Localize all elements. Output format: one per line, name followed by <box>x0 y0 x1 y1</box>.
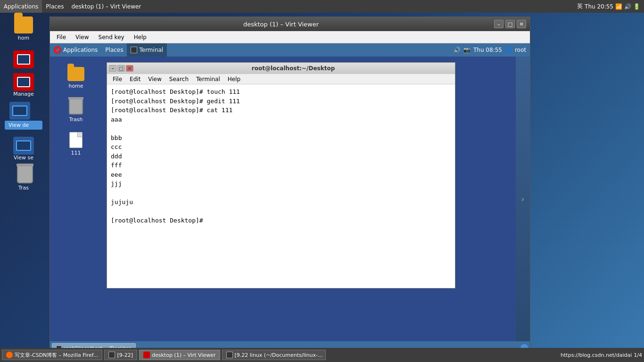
host-monitor-icon <box>9 102 30 120</box>
host-icon-home-label: hom <box>18 35 29 41</box>
guest-panel-right: 🔊 📷 Thu 08:55 👤 root <box>454 47 530 53</box>
terminal-restore-button[interactable]: □ <box>117 65 125 72</box>
terminal-menu-help[interactable]: Help <box>224 75 244 83</box>
guest-trash-icon <box>69 99 83 115</box>
host-places-menu[interactable]: Places <box>42 0 67 13</box>
virt-menu-file[interactable]: File <box>52 33 71 41</box>
host-icon-virt3-label: View se <box>14 155 33 161</box>
guest-icon-file-label: 111 <box>71 150 81 156</box>
host-icon-virt1[interactable] <box>5 50 42 68</box>
virt-minimize-button[interactable]: – <box>494 20 504 28</box>
guest-time: Thu 08:55 <box>473 47 502 53</box>
guest-applications-label: Applications <box>63 47 98 53</box>
host-icon-trash-label: Tras <box>18 185 29 191</box>
virt-menubar: File View Send key Help <box>50 31 530 43</box>
guest-icon-home-label: home <box>68 83 83 89</box>
host-taskbar-right: https://blog.csdn.net/daidai 1/4 <box>561 352 642 358</box>
host-task-virt-label: desktop (1) – Virt Viewer <box>152 352 216 358</box>
guest-icon-trash-label: Trash <box>69 116 83 123</box>
virt-menu-sendkey[interactable]: Send key <box>94 33 129 41</box>
terminal-tab-icon <box>131 47 137 53</box>
virt3-icon <box>13 137 34 155</box>
host-window-title-panel: desktop (1) – Virt Viewer <box>67 0 145 13</box>
terminal-menubar: File Edit View Search Terminal Help <box>107 74 455 84</box>
guest-icon-file111[interactable]: 111 <box>59 132 92 156</box>
host-task-firefox-label: 写文章-CSDN博客 – Mozilla Firef... <box>15 352 98 359</box>
virt-manager-icon <box>13 50 34 68</box>
terminal-title-text: root@localhost:~/Desktop <box>133 65 453 72</box>
terminal-output: [root@localhost Desktop]# touch 111 [roo… <box>111 87 451 225</box>
host-top-panel: Applications Places desktop (1) – Virt V… <box>0 0 644 13</box>
host-panel-right: 英 Thu 20:55 📶 🔊 🔋 <box>577 2 644 10</box>
host-taskbar-url: https://blog.csdn.net/daidai <box>561 352 632 358</box>
guest-desktop-icons: home Trash 111 <box>59 67 92 156</box>
virt-menu-view[interactable]: View <box>71 33 93 41</box>
guest-folder-icon <box>67 67 84 81</box>
host-icons: hom Manage View de View se Tras <box>5 16 42 191</box>
folder-icon <box>14 16 33 33</box>
host-volume-icon: 🔊 <box>624 3 631 10</box>
guest-desktop: 🐾 Applications Places Terminal 🔊 📷 Thu 0… <box>50 43 530 355</box>
terminal-content[interactable]: [root@localhost Desktop]# touch 111 [roo… <box>107 84 455 288</box>
host-taskbar: 写文章-CSDN博客 – Mozilla Firef... [9-22] des… <box>0 348 644 362</box>
host-task-terminal2[interactable]: [9.22 linux (~/Documents/linux-... <box>222 350 326 360</box>
guest-icon-home[interactable]: home <box>59 67 92 89</box>
host-applications-menu[interactable]: Applications <box>0 0 42 13</box>
virt-manage-icon <box>13 73 34 91</box>
terminal-menu-search[interactable]: Search <box>165 75 192 83</box>
host-icon-manage[interactable]: Manage <box>5 73 42 97</box>
guest-places-label: Places <box>105 47 123 53</box>
host-task-terminal922[interactable]: [9-22] <box>104 350 137 360</box>
host-task-firefox[interactable]: 写文章-CSDN博客 – Mozilla Firef... <box>2 350 102 360</box>
virt-titlebar: desktop (1) – Virt Viewer – □ ✕ <box>50 17 530 31</box>
terminal-menu-terminal[interactable]: Terminal <box>192 75 224 83</box>
terminal-minimize-button[interactable]: – <box>109 65 116 72</box>
guest-file-icon <box>69 132 83 148</box>
host-task-terminal922-label: [9-22] <box>117 352 133 358</box>
guest-icon-trash[interactable]: Trash <box>59 99 92 123</box>
host-battery-icon: 🔋 <box>633 3 640 10</box>
guest-user-icon: 👤 <box>505 47 512 53</box>
host-icon-manage-label: Manage <box>13 91 34 97</box>
host-network-icon: 📶 <box>615 3 622 10</box>
host-taskbar-pager[interactable]: 1/4 <box>634 352 642 358</box>
guest-user-name: root <box>515 47 526 53</box>
guest-terminal-tab-label: Terminal <box>139 47 163 53</box>
terminal-title-buttons: – □ ✕ <box>109 65 133 72</box>
terminal-menu-view[interactable]: View <box>144 75 165 83</box>
virt-side-decoration: › <box>516 57 530 341</box>
guest-applications-menu[interactable]: 🐾 Applications <box>50 43 101 57</box>
host-icon-virt3[interactable]: View se <box>5 137 42 161</box>
terminal2-icon <box>226 352 233 358</box>
host-task-virt[interactable]: desktop (1) – Virt Viewer <box>139 350 220 360</box>
firefox-icon <box>6 352 13 358</box>
virt-menu-help[interactable]: Help <box>129 33 151 41</box>
host-viewdesktop-container: View de <box>5 102 42 130</box>
virt-close-button[interactable]: ✕ <box>517 20 526 28</box>
host-panel-left: Applications Places desktop (1) – Virt V… <box>0 0 145 13</box>
terminal-menu-edit[interactable]: Edit <box>126 75 144 83</box>
virt-titlebar-buttons: – □ ✕ <box>494 20 526 28</box>
terminal922-icon <box>108 352 115 358</box>
host-icon-home[interactable]: hom <box>5 16 42 41</box>
virt-maximize-button[interactable]: □ <box>505 20 515 28</box>
host-trash-icon <box>17 165 33 183</box>
virt-viewer-window: desktop (1) – Virt Viewer – □ ✕ File Vie… <box>50 16 530 356</box>
virt-window-title: desktop (1) – Virt Viewer <box>68 21 494 28</box>
guest-terminal-tab[interactable]: Terminal <box>127 43 167 57</box>
guest-places-menu[interactable]: Places <box>101 43 127 57</box>
terminal-window: – □ ✕ root@localhost:~/Desktop File Edit… <box>107 62 455 288</box>
host-task-terminal2-label: [9.22 linux (~/Documents/linux-... <box>235 352 323 358</box>
terminal-menu-file[interactable]: File <box>109 75 126 83</box>
view-desktop-button[interactable]: View de <box>5 121 42 130</box>
guest-volume-icon: 🔊 <box>454 47 461 53</box>
guest-panel: 🐾 Applications Places Terminal 🔊 📷 Thu 0… <box>50 43 530 57</box>
virt-task-icon <box>143 352 150 358</box>
host-lang[interactable]: 英 <box>577 2 583 10</box>
guest-panel-left: 🐾 Applications Places Terminal <box>50 43 167 57</box>
terminal-titlebar: – □ ✕ root@localhost:~/Desktop <box>107 63 455 74</box>
host-icon-trash[interactable]: Tras <box>5 165 42 191</box>
gnome-foot-icon: 🐾 <box>54 46 61 54</box>
terminal-close-button[interactable]: ✕ <box>126 65 133 72</box>
host-time: Thu 20:55 <box>585 3 613 10</box>
